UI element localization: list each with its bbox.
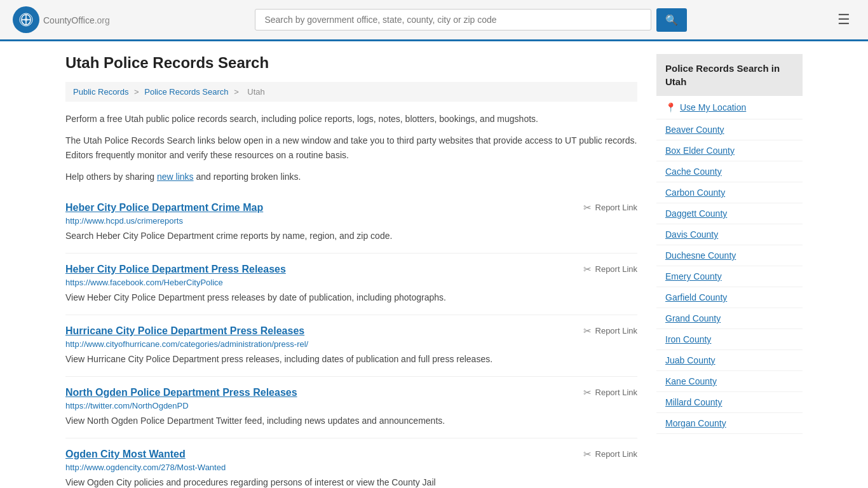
- sidebar-county-davis-county[interactable]: Davis County: [656, 224, 803, 245]
- breadcrumb-link-police-records[interactable]: Police Records Search: [144, 87, 228, 97]
- sidebar-county-box-elder-county[interactable]: Box Elder County: [656, 140, 803, 161]
- report-link-0[interactable]: ✂ Report Link: [583, 202, 637, 214]
- search-area: 🔍: [255, 8, 687, 32]
- result-item: Hurricane City Police Department Press R…: [65, 315, 637, 377]
- result-item: Ogden City Most Wanted ✂ Report Link htt…: [65, 438, 637, 488]
- sidebar: Police Records Search in Utah 📍 Use My L…: [656, 54, 803, 488]
- report-link-3[interactable]: ✂ Report Link: [583, 387, 637, 398]
- sidebar-county-daggett-county[interactable]: Daggett County: [656, 203, 803, 224]
- report-icon-2: ✂: [583, 325, 592, 337]
- result-desc-2: View Hurricane City Police Department pr…: [65, 353, 637, 366]
- report-icon-1: ✂: [583, 264, 592, 275]
- new-links-link[interactable]: new links: [157, 172, 194, 182]
- result-title-1[interactable]: Heber City Police Department Press Relea…: [65, 264, 286, 275]
- use-my-location[interactable]: 📍 Use My Location: [656, 96, 803, 119]
- location-icon: 📍: [665, 102, 676, 112]
- breadcrumb: Public Records > Police Records Search >…: [65, 82, 637, 102]
- intro-paragraph-2: The Utah Police Records Search links bel…: [65, 133, 637, 162]
- report-icon-0: ✂: [583, 202, 592, 214]
- breadcrumb-current: Utah: [247, 87, 264, 97]
- result-desc-3: View North Ogden Police Department Twitt…: [65, 414, 637, 428]
- report-icon-4: ✂: [583, 449, 592, 460]
- main-container: Utah Police Records Search Public Record…: [53, 41, 815, 488]
- logo-suffix: .org: [95, 15, 110, 25]
- page-title: Utah Police Records Search: [65, 54, 637, 72]
- result-item: North Ogden Police Department Press Rele…: [65, 377, 637, 438]
- logo-text: CountyOffice.org: [43, 13, 110, 27]
- result-url-2[interactable]: http://www.cityofhurricane.com/categorie…: [65, 339, 637, 349]
- search-button[interactable]: 🔍: [656, 8, 687, 32]
- menu-icon: ☰: [837, 11, 850, 27]
- sidebar-county-iron-county[interactable]: Iron County: [656, 329, 803, 350]
- breadcrumb-link-public-records[interactable]: Public Records: [73, 87, 128, 97]
- sidebar-county-juab-county[interactable]: Juab County: [656, 350, 803, 371]
- location-label: Use My Location: [680, 102, 746, 112]
- logo[interactable]: CountyOffice.org: [13, 6, 110, 33]
- sidebar-county-cache-county[interactable]: Cache County: [656, 161, 803, 182]
- result-title-2[interactable]: Hurricane City Police Department Press R…: [65, 325, 304, 337]
- result-desc-1: View Heber City Police Department press …: [65, 291, 637, 304]
- site-header: CountyOffice.org 🔍 ☰: [0, 0, 868, 41]
- result-title-4[interactable]: Ogden City Most Wanted: [65, 449, 186, 460]
- intro-paragraph-3: Help others by sharing new links and rep…: [65, 170, 637, 184]
- result-desc-4: View Ogden City policies and procedures …: [65, 476, 637, 488]
- result-url-4[interactable]: http://www.ogdencity.com/278/Most-Wanted: [65, 463, 637, 472]
- logo-name: CountyOffice: [43, 15, 95, 25]
- result-header-3: North Ogden Police Department Press Rele…: [65, 387, 637, 398]
- search-icon: 🔍: [665, 15, 678, 25]
- sidebar-county-emery-county[interactable]: Emery County: [656, 266, 803, 287]
- svg-point-3: [24, 18, 28, 22]
- search-input[interactable]: [255, 9, 651, 30]
- content-area: Utah Police Records Search Public Record…: [65, 54, 637, 488]
- sidebar-county-garfield-county[interactable]: Garfield County: [656, 287, 803, 308]
- result-title-0[interactable]: Heber City Police Department Crime Map: [65, 202, 263, 214]
- intro-paragraph-1: Perform a free Utah public police record…: [65, 112, 637, 126]
- sidebar-county-beaver-county[interactable]: Beaver County: [656, 119, 803, 140]
- sidebar-county-kane-county[interactable]: Kane County: [656, 371, 803, 392]
- result-url-0[interactable]: http://www.hcpd.us/crimereports: [65, 216, 637, 226]
- result-item: Heber City Police Department Crime Map ✂…: [65, 192, 637, 254]
- result-title-3[interactable]: North Ogden Police Department Press Rele…: [65, 387, 297, 398]
- sidebar-county-millard-county[interactable]: Millard County: [656, 392, 803, 413]
- results-list: Heber City Police Department Crime Map ✂…: [65, 192, 637, 488]
- logo-icon: [13, 6, 39, 33]
- breadcrumb-separator-1: >: [134, 87, 141, 97]
- sidebar-county-grand-county[interactable]: Grand County: [656, 308, 803, 329]
- sidebar-county-duchesne-county[interactable]: Duchesne County: [656, 245, 803, 266]
- sidebar-county-carbon-county[interactable]: Carbon County: [656, 182, 803, 203]
- county-list: Beaver CountyBox Elder CountyCache Count…: [656, 119, 803, 434]
- menu-button[interactable]: ☰: [832, 9, 855, 30]
- sidebar-county-morgan-county[interactable]: Morgan County: [656, 413, 803, 434]
- result-header-4: Ogden City Most Wanted ✂ Report Link: [65, 449, 637, 460]
- report-icon-3: ✂: [583, 387, 592, 398]
- result-url-1[interactable]: https://www.facebook.com/HeberCityPolice: [65, 278, 637, 287]
- result-item: Heber City Police Department Press Relea…: [65, 254, 637, 315]
- result-desc-0: Search Heber City Police Department crim…: [65, 229, 637, 243]
- report-link-4[interactable]: ✂ Report Link: [583, 449, 637, 460]
- breadcrumb-separator-2: >: [234, 87, 241, 97]
- result-header-0: Heber City Police Department Crime Map ✂…: [65, 202, 637, 214]
- result-header-1: Heber City Police Department Press Relea…: [65, 264, 637, 275]
- report-link-2[interactable]: ✂ Report Link: [583, 325, 637, 337]
- result-header-2: Hurricane City Police Department Press R…: [65, 325, 637, 337]
- sidebar-title: Police Records Search in Utah: [656, 54, 803, 96]
- report-link-1[interactable]: ✂ Report Link: [583, 264, 637, 275]
- result-url-3[interactable]: https://twitter.com/NorthOgdenPD: [65, 401, 637, 410]
